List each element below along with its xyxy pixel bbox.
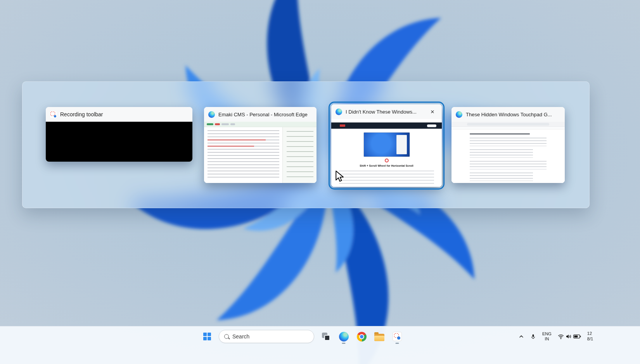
thumb-site-header bbox=[331, 122, 442, 129]
file-explorer-button[interactable] bbox=[372, 329, 387, 344]
thumb-button-gray bbox=[230, 123, 235, 125]
thumb-button-red bbox=[215, 123, 220, 125]
alt-tab-switcher-panel: Recording toolbar Emaki CMS - Personal -… bbox=[22, 81, 590, 208]
thumb-redline bbox=[208, 146, 254, 147]
thumb-article: Shift + Scroll Wheel for Horizontal Scro… bbox=[331, 129, 442, 187]
thumb-sidebar bbox=[282, 127, 317, 183]
thumb-bookmarks-bar bbox=[451, 127, 565, 129]
network-volume-battery-button[interactable] bbox=[555, 329, 584, 343]
thumb-redline bbox=[208, 140, 266, 140]
edge-taskbar-button[interactable] bbox=[336, 329, 351, 344]
thumb-paragraph bbox=[470, 173, 533, 181]
window-titlebar: I Didn't Know These Windows... ✕ bbox=[331, 104, 442, 119]
language-switcher[interactable]: ENG IN bbox=[540, 329, 554, 343]
microphone-tray-button[interactable] bbox=[528, 329, 539, 343]
taskbar-center-group: Search bbox=[199, 328, 405, 345]
window-titlebar: These Hidden Windows Touchpad G... bbox=[451, 107, 565, 122]
window-card-touchpad-gestures[interactable]: These Hidden Windows Touchpad G... bbox=[451, 107, 565, 183]
window-title: Recording toolbar bbox=[60, 111, 103, 117]
window-titlebar: Emaki CMS - Personal - Microsoft Edge bbox=[204, 107, 317, 122]
search-label: Search bbox=[232, 333, 249, 340]
thumb-button-green bbox=[207, 123, 213, 125]
thumb-document bbox=[451, 133, 565, 183]
thumb-red-annotation bbox=[385, 159, 389, 162]
wifi-icon bbox=[558, 334, 564, 339]
edge-icon bbox=[336, 109, 342, 115]
search-icon bbox=[224, 334, 229, 339]
speaker-icon bbox=[566, 334, 572, 339]
window-thumbnail bbox=[451, 122, 565, 183]
thumb-paragraph bbox=[470, 138, 547, 146]
edge-icon bbox=[208, 111, 215, 118]
window-card-windows-tips-selected[interactable]: I Didn't Know These Windows... ✕ Shift +… bbox=[331, 104, 442, 187]
thumb-wallpaper-image bbox=[363, 132, 410, 157]
window-titlebar: Recording toolbar bbox=[46, 107, 192, 122]
chrome-icon bbox=[357, 332, 367, 342]
thumb-paragraph bbox=[339, 171, 434, 184]
thumb-heading bbox=[470, 133, 530, 135]
recorder-icon bbox=[393, 332, 402, 341]
thumb-browser-toolbar bbox=[331, 119, 442, 122]
window-thumbnail bbox=[46, 122, 192, 162]
battery-icon bbox=[573, 334, 581, 339]
thumb-browser-toolbar bbox=[451, 122, 565, 127]
chevron-up-icon bbox=[519, 334, 524, 339]
edge-icon bbox=[456, 111, 462, 118]
thumb-button-gray bbox=[221, 123, 229, 125]
thumb-caption: Shift + Scroll Wheel for Horizontal Scro… bbox=[331, 164, 442, 167]
clock-time: 12 bbox=[587, 331, 601, 336]
window-title: Emaki CMS - Personal - Microsoft Edge bbox=[218, 112, 308, 117]
thumb-document-column bbox=[470, 133, 547, 181]
window-title: These Hidden Windows Touchpad G... bbox=[466, 112, 552, 117]
thumb-toolbar bbox=[204, 122, 317, 127]
thumb-paragraph bbox=[470, 149, 533, 158]
task-view-button[interactable] bbox=[318, 329, 334, 344]
chrome-taskbar-button[interactable] bbox=[354, 329, 369, 344]
tray-overflow-button[interactable] bbox=[516, 329, 527, 343]
window-card-recording-toolbar[interactable]: Recording toolbar bbox=[46, 107, 192, 162]
system-tray: ENG IN bbox=[516, 328, 604, 345]
clock[interactable]: 12 8/1 bbox=[585, 329, 604, 343]
clock-date: 8/1 bbox=[587, 336, 601, 342]
search-box[interactable]: Search bbox=[219, 330, 314, 343]
start-button[interactable] bbox=[199, 329, 215, 344]
folder-icon bbox=[374, 334, 384, 341]
window-thumbnail: Shift + Scroll Wheel for Horizontal Scro… bbox=[331, 119, 442, 187]
language-code: ENG bbox=[542, 331, 552, 336]
taskbar: Search bbox=[0, 326, 640, 364]
edge-icon bbox=[339, 332, 349, 342]
window-card-emaki-cms[interactable]: Emaki CMS - Personal - Microsoft Edge bbox=[204, 107, 317, 183]
windows-logo-icon bbox=[203, 333, 211, 340]
window-thumbnail bbox=[204, 122, 317, 183]
desktop: Recording toolbar Emaki CMS - Personal -… bbox=[0, 0, 640, 364]
thumb-paragraph bbox=[470, 161, 547, 169]
thumb-sidebar-rows bbox=[287, 131, 313, 179]
close-window-button[interactable]: ✕ bbox=[427, 107, 438, 117]
screen-recorder-button[interactable] bbox=[389, 329, 405, 344]
window-title: I Didn't Know These Windows... bbox=[346, 109, 417, 115]
thumb-document-text bbox=[208, 130, 279, 180]
task-view-icon bbox=[322, 332, 330, 341]
language-region: IN bbox=[542, 336, 552, 342]
recorder-icon bbox=[50, 111, 57, 118]
microphone-icon bbox=[530, 334, 536, 340]
